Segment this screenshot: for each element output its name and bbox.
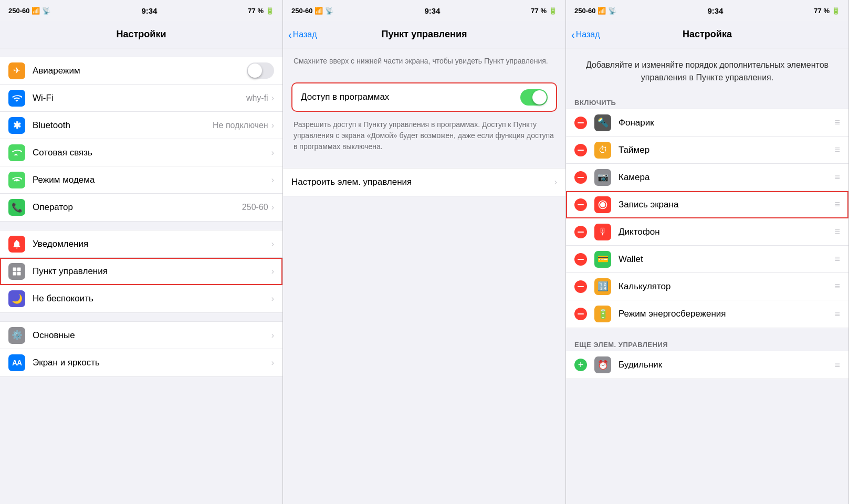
- airplane-toggle[interactable]: [247, 62, 274, 79]
- row-hotspot[interactable]: Режим модема ›: [0, 166, 282, 194]
- panel-customize: 250-60 📶 📡 9:34 77 % 🔋 ‹ Назад Настройка…: [566, 0, 849, 504]
- hotspot-icon: [8, 172, 25, 188]
- wallet-icon: 💳: [594, 251, 611, 268]
- operator-value: 250-60: [242, 203, 268, 212]
- row-cellular[interactable]: Сотовая связь ›: [0, 139, 282, 166]
- row-display[interactable]: AA Экран и яркость ›: [0, 349, 282, 376]
- nav-bar-3: ‹ Назад Настройка: [566, 21, 848, 48]
- wallet-label: Wallet: [619, 254, 830, 265]
- svg-rect-2: [17, 267, 21, 271]
- wifi-value: why-fi: [246, 93, 268, 103]
- notifications-label: Уведомления: [33, 239, 271, 249]
- cellular-chevron: ›: [271, 148, 274, 158]
- reorder-flashlight[interactable]: ≡: [834, 117, 840, 128]
- remove-screenrecord[interactable]: [574, 198, 587, 211]
- row-general[interactable]: ⚙️ Основные ›: [0, 322, 282, 349]
- airplane-label: Авиарежим: [33, 66, 247, 76]
- status-left-3: 250-60 📶 📡: [574, 7, 616, 15]
- remove-lowpower[interactable]: [574, 308, 587, 320]
- row-flashlight[interactable]: 🔦 Фонарик ≡: [566, 109, 848, 136]
- row-airplane[interactable]: ✈ Авиарежим: [0, 57, 282, 85]
- flashlight-label: Фонарик: [619, 118, 830, 128]
- row-screenrecord[interactable]: Запись экрана ≡: [566, 191, 848, 218]
- more-header: ЕЩЕ ЭЛЕМ. УПРАВЛЕНИЯ: [566, 337, 848, 351]
- row-wifi[interactable]: Wi-Fi why-fi ›: [0, 85, 282, 112]
- include-header: ВКЛЮЧИТЬ: [566, 94, 848, 109]
- row-timer[interactable]: ⏱ Таймер ≡: [566, 136, 848, 164]
- customize-content: Добавляйте и изменяйте порядок дополните…: [566, 48, 848, 504]
- screenrecord-label: Запись экрана: [619, 200, 830, 210]
- operator-chevron: ›: [271, 203, 274, 212]
- settings-group-3: ⚙️ Основные › AA Экран и яркость ›: [0, 321, 282, 377]
- display-chevron: ›: [271, 358, 274, 368]
- wifi-chevron: ›: [271, 93, 274, 103]
- row-calculator[interactable]: 🔢 Калькулятор ≡: [566, 273, 848, 300]
- nav-title-2: Пункт управления: [381, 29, 467, 40]
- remove-voicememo[interactable]: [574, 226, 587, 238]
- row-alarm[interactable]: ⏰ Будильник ≡: [566, 351, 848, 379]
- carrier-3: 250-60: [574, 7, 595, 15]
- status-right-1: 77 % 🔋: [248, 7, 274, 15]
- general-chevron: ›: [271, 331, 274, 340]
- row-camera[interactable]: 📷 Камера ≡: [566, 164, 848, 191]
- svg-rect-1: [13, 267, 17, 271]
- reorder-lowpower[interactable]: ≡: [834, 309, 840, 320]
- flashlight-icon: 🔦: [594, 114, 611, 131]
- wifi-icon: [8, 90, 25, 107]
- configure-chevron: ›: [554, 177, 557, 187]
- row-configure[interactable]: Настроить элем. управления ›: [283, 169, 565, 196]
- nav-title-1: Настройки: [117, 29, 166, 40]
- toggle-knob-airplane: [248, 64, 262, 78]
- row-notifications[interactable]: Уведомления ›: [0, 230, 282, 258]
- nav-bar-2: ‹ Назад Пункт управления: [283, 21, 565, 48]
- battery-icon-3: 🔋: [832, 7, 840, 15]
- panel-settings: 250-60 📶 📡 9:34 77 % 🔋 Настройки ✈ Авиар…: [0, 0, 283, 504]
- access-toggle[interactable]: [520, 89, 548, 106]
- status-left-2: 250-60 📶 📡: [291, 7, 333, 15]
- more-list: ⏰ Будильник ≡: [566, 351, 848, 379]
- row-donotdisturb[interactable]: 🌙 Не беспокоить ›: [0, 285, 282, 312]
- status-left-1: 250-60 📶 📡: [8, 7, 50, 15]
- row-voicememo[interactable]: 🎙 Диктофон ≡: [566, 218, 848, 246]
- voicememo-label: Диктофон: [619, 227, 830, 237]
- bluetooth-label: Bluetooth: [33, 120, 213, 131]
- wifi-label: Wi-Fi: [33, 93, 246, 103]
- back-button-2[interactable]: ‹ Назад: [288, 29, 317, 40]
- reorder-camera[interactable]: ≡: [834, 172, 840, 183]
- group-3-wrapper: ⚙️ Основные › AA Экран и яркость ›: [0, 321, 282, 377]
- remove-calculator[interactable]: [574, 280, 587, 293]
- add-alarm[interactable]: [574, 359, 587, 371]
- row-lowpower[interactable]: 🔋 Режим энергосбережения ≡: [566, 300, 848, 328]
- row-operator[interactable]: 📞 Оператор 250-60 ›: [0, 194, 282, 221]
- alarm-icon: ⏰: [594, 356, 611, 373]
- reorder-voicememo[interactable]: ≡: [834, 226, 840, 237]
- reorder-wallet[interactable]: ≡: [834, 254, 840, 265]
- configure-group: Настроить элем. управления ›: [283, 168, 565, 196]
- panel-controlcenter: 250-60 📶 📡 9:34 77 % 🔋 ‹ Назад Пункт упр…: [283, 0, 566, 504]
- carrier-2: 250-60: [291, 7, 312, 15]
- lowpower-icon: 🔋: [594, 306, 611, 322]
- camera-label: Камера: [619, 172, 830, 183]
- access-in-apps-box: Доступ в программах: [291, 82, 557, 112]
- reorder-alarm[interactable]: ≡: [834, 360, 840, 371]
- reorder-calculator[interactable]: ≡: [834, 281, 840, 292]
- remove-timer[interactable]: [574, 144, 587, 156]
- wifi-icon-3: 📡: [608, 7, 616, 15]
- access-row[interactable]: Доступ в программах: [292, 83, 556, 111]
- reorder-timer[interactable]: ≡: [834, 144, 840, 155]
- row-wallet[interactable]: 💳 Wallet ≡: [566, 246, 848, 273]
- alarm-label: Будильник: [619, 360, 830, 370]
- back-label-2: Назад: [293, 30, 317, 39]
- battery-icon-2: 🔋: [549, 7, 557, 15]
- reorder-screenrecord[interactable]: ≡: [834, 199, 840, 210]
- timer-icon: ⏱: [594, 142, 611, 159]
- time-2: 9:34: [424, 6, 440, 15]
- back-chevron-3: ‹: [571, 29, 575, 40]
- row-controlcenter[interactable]: Пункт управления ›: [0, 258, 282, 285]
- remove-flashlight[interactable]: [574, 117, 587, 129]
- row-bluetooth[interactable]: ✱ Bluetooth Не подключен ›: [0, 112, 282, 139]
- bluetooth-icon: ✱: [8, 117, 25, 134]
- remove-wallet[interactable]: [574, 253, 587, 266]
- back-button-3[interactable]: ‹ Назад: [571, 29, 600, 40]
- remove-camera[interactable]: [574, 171, 587, 184]
